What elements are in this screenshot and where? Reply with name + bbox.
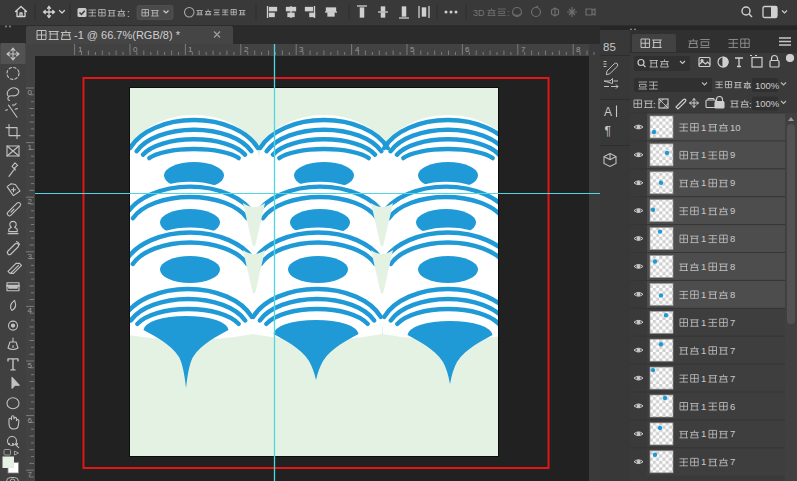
svg-text:1: 1 [701, 205, 706, 216]
svg-text:1: 1 [701, 261, 706, 272]
svg-text:5: 5 [410, 45, 415, 54]
svg-text:100%: 100% [755, 80, 780, 91]
svg-text::: : [653, 99, 656, 110]
svg-text::: : [749, 99, 752, 110]
svg-text:1: 1 [701, 456, 706, 467]
svg-text:1: 1 [701, 401, 706, 412]
svg-text:1: 1 [701, 289, 706, 300]
svg-text:1: 1 [188, 45, 193, 54]
svg-text:7: 7 [521, 45, 526, 54]
svg-text:-1 @ 66.7%(RGB/8) *: -1 @ 66.7%(RGB/8) * [74, 29, 181, 41]
svg-text:4: 4 [28, 306, 33, 315]
svg-text:1: 1 [701, 345, 706, 356]
svg-text:85: 85 [603, 41, 616, 53]
svg-text:1: 1 [28, 143, 33, 152]
svg-text:2: 2 [28, 197, 33, 206]
svg-text:¶: ¶ [605, 124, 611, 138]
svg-text:1: 1 [701, 373, 706, 384]
svg-text::: : [746, 80, 749, 91]
svg-text:1: 1 [701, 233, 706, 244]
svg-text:3: 3 [299, 45, 304, 54]
svg-text:A: A [604, 105, 612, 119]
svg-text:7: 7 [730, 428, 735, 439]
svg-text:1: 1 [701, 428, 706, 439]
svg-text:6: 6 [28, 416, 33, 425]
svg-text:9: 9 [730, 177, 735, 188]
svg-text:9: 9 [730, 149, 735, 160]
svg-text:7: 7 [28, 470, 33, 479]
svg-text:10: 10 [730, 122, 741, 133]
svg-text:7: 7 [730, 345, 735, 356]
svg-text:6: 6 [730, 401, 735, 412]
svg-text:1: 1 [701, 317, 706, 328]
svg-text:7: 7 [730, 317, 735, 328]
svg-text:8: 8 [730, 233, 735, 244]
svg-text:1: 1 [701, 149, 706, 160]
svg-text:3D: 3D [473, 8, 485, 18]
svg-text:100%: 100% [755, 98, 780, 109]
svg-text:0: 0 [133, 45, 138, 54]
svg-text:3: 3 [28, 252, 33, 261]
svg-text:8: 8 [576, 45, 581, 54]
svg-text:9: 9 [730, 205, 735, 216]
svg-text:6: 6 [465, 45, 470, 54]
svg-text:8: 8 [730, 289, 735, 300]
svg-text:1: 1 [78, 45, 83, 54]
svg-text:4: 4 [355, 45, 360, 54]
svg-text:8: 8 [730, 261, 735, 272]
svg-text:7: 7 [730, 373, 735, 384]
svg-text:5: 5 [28, 361, 33, 370]
svg-text:0: 0 [28, 88, 33, 97]
svg-text:7: 7 [730, 456, 735, 467]
svg-text::: : [127, 8, 130, 19]
svg-text::: : [507, 8, 510, 18]
svg-text:1: 1 [701, 177, 706, 188]
svg-text:1: 1 [701, 122, 706, 133]
svg-text:2: 2 [244, 45, 249, 54]
